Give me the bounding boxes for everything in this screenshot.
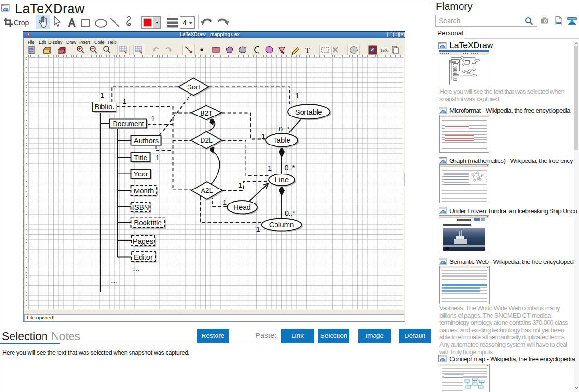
svg-text:1: 1 (261, 132, 265, 140)
svg-text:Sort: Sort (187, 83, 201, 91)
svg-text:Month: Month (134, 187, 154, 195)
svg-text:...: ... (111, 276, 117, 284)
svg-text:Booktitle: Booktitle (134, 218, 162, 227)
svg-text:T: T (305, 46, 310, 54)
svg-text:1: 1 (223, 199, 227, 206)
svg-text:1: 1 (238, 181, 242, 189)
svg-text:Biblio.: Biblio. (95, 102, 115, 111)
svg-text:B2T: B2T (200, 109, 213, 117)
svg-text:1: 1 (156, 154, 159, 161)
svg-text:1: 1 (122, 98, 126, 105)
svg-text:Sortable: Sortable (295, 108, 322, 116)
svg-text:Pages: Pages (133, 237, 154, 245)
svg-text:Column: Column (269, 220, 294, 229)
svg-text:Year: Year (133, 170, 148, 178)
svg-text:1: 1 (268, 164, 272, 172)
svg-text:Editor: Editor (134, 253, 153, 261)
svg-text:A2L: A2L (201, 187, 213, 194)
svg-text:0..*: 0..* (285, 209, 295, 217)
svg-text:D2L: D2L (200, 136, 213, 144)
svg-text:1: 1 (101, 91, 104, 99)
svg-text:0..*: 0..* (285, 164, 295, 172)
svg-text:Authors: Authors (134, 136, 159, 145)
svg-text:TeX: TeX (380, 48, 388, 53)
svg-text:...: ... (133, 264, 139, 273)
svg-text:Title: Title (134, 153, 147, 161)
svg-text:Head: Head (233, 203, 251, 211)
svg-text:1: 1 (151, 115, 155, 123)
svg-text:Line: Line (275, 175, 289, 184)
svg-text:Table: Table (273, 136, 290, 144)
svg-text:0..*: 0..* (279, 125, 290, 133)
svg-text:1: 1 (295, 92, 299, 100)
svg-text:1: 1 (256, 225, 260, 233)
svg-text:Document: Document (113, 120, 144, 128)
svg-text:ISBN: ISBN (132, 203, 149, 211)
